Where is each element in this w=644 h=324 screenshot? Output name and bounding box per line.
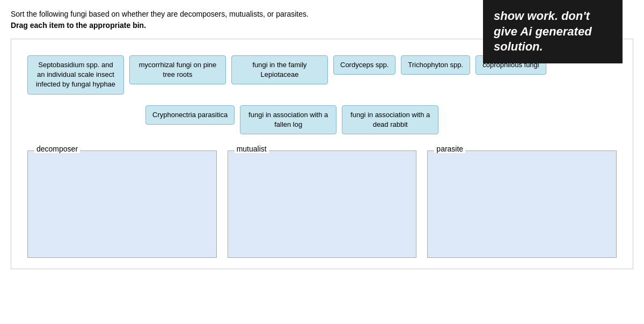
bin-decomposer[interactable]: decomposer xyxy=(27,150,217,258)
bin-decomposer-label: decomposer xyxy=(34,145,80,153)
dark-box: show work. don't give Ai generated solut… xyxy=(483,0,623,63)
items-row-2: Cryphonectria parasitica fungi in associ… xyxy=(27,105,438,134)
drag-item-1[interactable]: Septobasidium spp. and an individual sca… xyxy=(27,55,124,95)
instruction-line2: Drag each item to the appropriate bin. xyxy=(11,20,333,31)
instruction-line1: Sort the following fungi based on whethe… xyxy=(11,9,333,20)
bin-parasite[interactable]: parasite xyxy=(427,150,617,258)
page-container: Sort the following fungi based on whethe… xyxy=(0,0,644,278)
bin-parasite-label: parasite xyxy=(434,145,465,153)
instructions: Sort the following fungi based on whethe… xyxy=(11,9,333,31)
drag-item-9[interactable]: fungi in association with a dead rabbit xyxy=(342,105,438,134)
bin-mutualist[interactable]: mutualist xyxy=(228,150,417,258)
items-row-1: Septobasidium spp. and an individual sca… xyxy=(27,55,546,95)
main-area: Septobasidium spp. and an individual sca… xyxy=(11,39,633,269)
bins-area: decomposer mutualist parasite xyxy=(27,150,617,258)
drag-item-7[interactable]: Cryphonectria parasitica xyxy=(145,105,235,125)
drag-item-5[interactable]: Trichophyton spp. xyxy=(401,55,470,75)
bin-mutualist-label: mutualist xyxy=(235,145,269,153)
drag-item-3[interactable]: fungi in the family Lepiotaceae xyxy=(231,55,328,84)
drag-item-2[interactable]: mycorrhizal fungi on pine tree roots xyxy=(129,55,226,84)
items-area: Septobasidium spp. and an individual sca… xyxy=(27,50,617,140)
drag-item-4[interactable]: Cordyceps spp. xyxy=(333,55,396,75)
dark-box-text: show work. don't give Ai generated solut… xyxy=(494,9,592,53)
drag-item-8[interactable]: fungi in association with a fallen log xyxy=(240,105,336,134)
